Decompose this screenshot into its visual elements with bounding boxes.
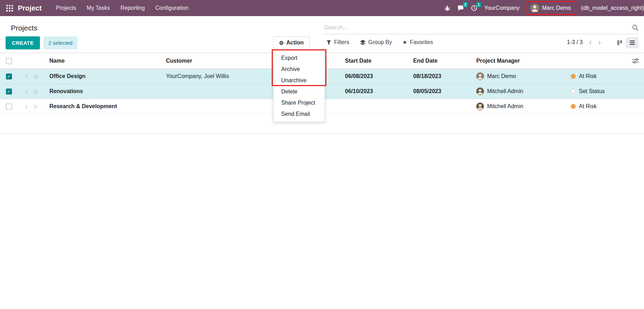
favorite-star-icon[interactable]: ☆ xyxy=(33,88,38,95)
manager-avatar xyxy=(476,87,484,95)
menu-reporting[interactable]: Reporting xyxy=(115,0,150,16)
manager-name: Mitchell Admin xyxy=(487,88,523,94)
project-name[interactable]: Office Design xyxy=(49,73,166,79)
menu-item-export[interactable]: Export xyxy=(273,52,325,64)
select-all-checkbox[interactable] xyxy=(6,58,12,64)
search-input[interactable] xyxy=(323,24,632,31)
filters-button[interactable]: Filters xyxy=(326,39,349,45)
favorite-star-icon[interactable]: ☆ xyxy=(33,103,38,110)
row-checkbox[interactable] xyxy=(6,89,12,94)
gear-icon: ⚙ xyxy=(279,40,284,45)
favorite-star-icon[interactable]: ☆ xyxy=(33,73,38,80)
list-view-icon[interactable] xyxy=(626,37,638,48)
status-dot[interactable] xyxy=(571,74,576,79)
main-menu: Projects My Tasks Reporting Configuratio… xyxy=(51,0,194,16)
drag-handle-icon[interactable]: ↕ xyxy=(25,104,28,109)
menu-item-delete[interactable]: Delete xyxy=(273,86,325,97)
project-end-date: 08/05/2023 xyxy=(413,88,476,94)
status-dot[interactable] xyxy=(571,104,576,109)
pager-range: 1-3 / 3 xyxy=(567,39,583,45)
pager: 1-3 / 3 ‹ › xyxy=(567,39,601,45)
header-end-date[interactable]: End Date xyxy=(413,58,476,64)
kanban-view-icon[interactable] xyxy=(613,37,626,48)
menu-configuration[interactable]: Configuration xyxy=(150,0,194,16)
selected-count-badge[interactable]: 2 selected xyxy=(43,36,77,49)
menu-item-unarchive[interactable]: Unarchive xyxy=(273,75,325,86)
group-by-button[interactable]: Group By xyxy=(360,39,392,45)
project-name[interactable]: Research & Development xyxy=(49,103,166,110)
activities-badge: 1 xyxy=(476,2,481,7)
control-panel: Projects CREATE 2 selected ⚙ Action Expo… xyxy=(0,16,644,53)
search-bar xyxy=(323,24,639,34)
favorites-label: Favorites xyxy=(410,39,433,45)
menu-item-archive[interactable]: Archive xyxy=(273,64,325,75)
status-dot[interactable] xyxy=(571,89,576,94)
filters-label: Filters xyxy=(334,39,349,45)
menu-item-share-project[interactable]: Share Project xyxy=(273,97,325,108)
user-avatar xyxy=(530,3,539,13)
star-icon: ★ xyxy=(402,39,407,45)
menu-my-tasks[interactable]: My Tasks xyxy=(82,0,115,16)
navbar-systray: 2 1 YourCompany Marc Demo (db_model_acce… xyxy=(444,1,644,15)
messages-icon[interactable]: 2 xyxy=(457,5,464,11)
action-button-label: Action xyxy=(286,40,304,46)
user-menu[interactable]: Marc Demo xyxy=(527,1,576,15)
manager-name: Mitchell Admin xyxy=(487,103,523,110)
create-button[interactable]: CREATE xyxy=(6,36,40,49)
header-name[interactable]: Name xyxy=(49,58,166,64)
status-label: At Risk xyxy=(579,73,597,79)
menu-projects[interactable]: Projects xyxy=(51,0,82,16)
manager-avatar xyxy=(476,72,484,80)
group-by-label: Group By xyxy=(368,39,392,45)
drag-handle-icon[interactable]: ↕ xyxy=(25,89,28,94)
funnel-icon xyxy=(326,40,331,45)
app-title[interactable]: Project xyxy=(18,4,42,12)
project-end-date: 08/18/2023 xyxy=(413,73,476,79)
user-name: Marc Demo xyxy=(542,5,571,11)
search-options: Filters Group By ★ Favorites xyxy=(326,39,433,45)
row-checkbox[interactable] xyxy=(6,73,12,79)
list-buttons: CREATE 2 selected xyxy=(6,36,77,49)
bug-icon[interactable] xyxy=(444,5,450,11)
layers-icon xyxy=(360,40,366,45)
status-label: Set Status xyxy=(579,88,605,94)
project-start-date: 06/08/2023 xyxy=(345,73,413,79)
action-dropdown-menu: Export Archive Unarchive Delete Share Pr… xyxy=(273,50,325,122)
favorites-button[interactable]: ★ Favorites xyxy=(402,39,433,45)
header-project-manager[interactable]: Project Manager xyxy=(476,58,571,64)
page-title: Projects xyxy=(11,24,37,32)
project-name[interactable]: Renovations xyxy=(49,88,166,94)
manager-avatar xyxy=(476,103,484,110)
top-navbar: Project Projects My Tasks Reporting Conf… xyxy=(0,0,644,16)
row-checkbox[interactable] xyxy=(6,104,12,110)
action-button[interactable]: ⚙ Action xyxy=(273,36,310,49)
pager-previous-icon[interactable]: ‹ xyxy=(589,39,592,45)
action-dropdown-wrap: ⚙ Action Export Archive Unarchive Delete… xyxy=(273,36,310,49)
menu-item-send-email[interactable]: Send Email xyxy=(273,108,325,120)
db-name-label: (db_model_access_right) xyxy=(581,5,644,11)
pager-next-icon[interactable]: › xyxy=(598,39,601,45)
manager-name: Marc Demo xyxy=(487,73,516,79)
status-label: At Risk xyxy=(579,103,597,110)
apps-grid-icon[interactable] xyxy=(4,3,15,13)
search-icon[interactable] xyxy=(632,24,639,31)
activities-icon[interactable]: 1 xyxy=(471,5,477,11)
project-start-date: 06/10/2023 xyxy=(345,88,413,94)
messages-badge: 2 xyxy=(463,2,468,7)
view-switcher xyxy=(613,37,638,48)
company-name[interactable]: YourCompany xyxy=(484,5,520,11)
optional-columns-icon[interactable] xyxy=(627,58,644,64)
drag-handle-icon[interactable]: ↕ xyxy=(25,73,28,79)
header-start-date[interactable]: Start Date xyxy=(345,58,413,64)
